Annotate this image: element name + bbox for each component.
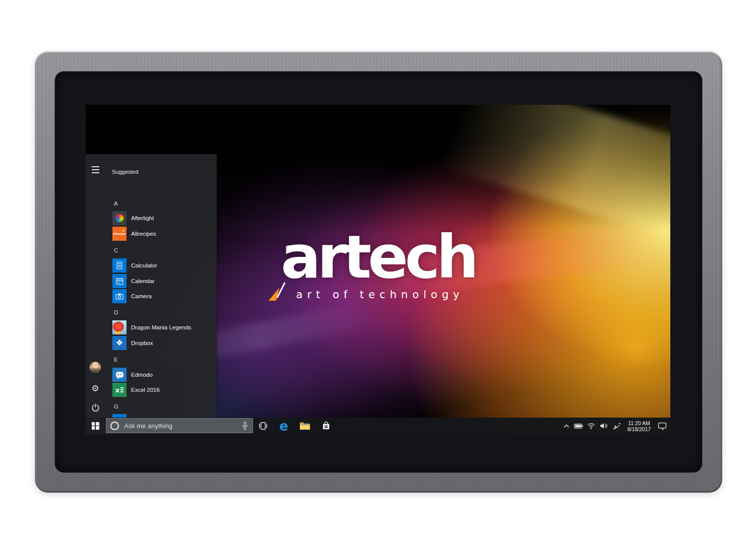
section-header-g[interactable]: G bbox=[114, 403, 118, 410]
display-screen: artech art of technology ⚙ Suggested A C… bbox=[86, 105, 670, 434]
taskbar: Ask me anything e bbox=[86, 418, 670, 434]
start-app-calendar[interactable]: Calendar bbox=[112, 274, 155, 288]
edge-browser-icon[interactable]: e bbox=[275, 418, 292, 434]
start-button[interactable] bbox=[86, 418, 105, 434]
hamburger-menu-icon[interactable] bbox=[86, 166, 105, 173]
brand-accent-triangle bbox=[268, 288, 279, 301]
file-explorer-icon[interactable] bbox=[296, 418, 313, 434]
suggested-header: Suggested bbox=[112, 169, 139, 175]
tray-time: 11:20 AM bbox=[623, 420, 655, 426]
volume-icon[interactable] bbox=[597, 418, 610, 434]
app-label: Dragon Mania Legends bbox=[131, 324, 192, 330]
microphone-icon[interactable] bbox=[242, 422, 248, 430]
dropbox-icon: ❖ bbox=[112, 336, 127, 350]
section-header-e[interactable]: E bbox=[114, 357, 118, 363]
action-center-icon[interactable] bbox=[655, 418, 669, 434]
start-app-edmodo[interactable]: Edmodo bbox=[112, 368, 153, 382]
app-label: Camera bbox=[131, 293, 152, 299]
app-label: Dropbox bbox=[131, 340, 153, 346]
task-view-button[interactable] bbox=[255, 418, 272, 434]
excel-icon: x bbox=[112, 383, 127, 397]
calendar-icon bbox=[112, 274, 127, 288]
system-tray: 11:20 AM 8/18/2017 bbox=[561, 418, 669, 434]
section-header-c[interactable]: C bbox=[114, 247, 118, 253]
dragon-mania-legends-icon bbox=[112, 320, 127, 334]
start-menu: ⚙ Suggested A C D E G Afterlight allreci… bbox=[86, 154, 217, 418]
hidden-icons-chevron[interactable] bbox=[561, 418, 572, 434]
start-app-afterlight[interactable]: Afterlight bbox=[112, 211, 154, 225]
battery-icon[interactable] bbox=[572, 418, 585, 434]
app-label: Calculator bbox=[131, 262, 157, 268]
power-icon[interactable] bbox=[86, 402, 105, 413]
app-label: Afterlight bbox=[131, 215, 154, 221]
cortana-search-box[interactable]: Ask me anything bbox=[106, 418, 253, 433]
windows-store-icon[interactable] bbox=[318, 418, 335, 434]
app-label: Calendar bbox=[131, 278, 155, 284]
edmodo-icon bbox=[112, 368, 127, 382]
start-app-calculator[interactable]: Calculator bbox=[112, 258, 157, 273]
cortana-circle-icon bbox=[110, 422, 119, 430]
afterlight-color-wheel-icon bbox=[112, 211, 127, 225]
start-app-dragon-mania-legends[interactable]: Dragon Mania Legends bbox=[112, 320, 192, 334]
partial-app-tile-g[interactable] bbox=[112, 414, 127, 418]
allrecipes-icon: allrecipes✱ bbox=[112, 227, 127, 241]
windows-ink-pen-icon[interactable] bbox=[610, 418, 623, 434]
app-label: Edmodo bbox=[131, 372, 153, 378]
avatar-photo bbox=[90, 362, 101, 373]
section-header-d[interactable]: D bbox=[114, 309, 118, 315]
app-label: Allrecipes bbox=[131, 231, 156, 237]
camera-icon bbox=[112, 289, 127, 303]
tray-clock[interactable]: 11:20 AM 8/18/2017 bbox=[623, 420, 655, 432]
section-header-a[interactable]: A bbox=[114, 200, 118, 207]
wifi-icon[interactable] bbox=[585, 418, 597, 434]
search-placeholder: Ask me anything bbox=[124, 422, 172, 430]
windows-logo-icon bbox=[92, 422, 99, 430]
start-app-excel-2016[interactable]: x Excel 2016 bbox=[112, 383, 160, 397]
settings-gear-icon[interactable]: ⚙ bbox=[86, 383, 105, 394]
brand-tagline: art of technology bbox=[296, 289, 464, 301]
app-label: Excel 2016 bbox=[131, 387, 160, 393]
start-app-camera[interactable]: Camera bbox=[112, 289, 152, 303]
tray-date: 8/18/2017 bbox=[623, 426, 655, 432]
calculator-icon bbox=[112, 258, 127, 273]
user-avatar[interactable] bbox=[86, 361, 105, 373]
start-app-allrecipes[interactable]: allrecipes✱ Allrecipes bbox=[112, 227, 156, 241]
start-app-dropbox[interactable]: ❖ Dropbox bbox=[112, 336, 153, 350]
